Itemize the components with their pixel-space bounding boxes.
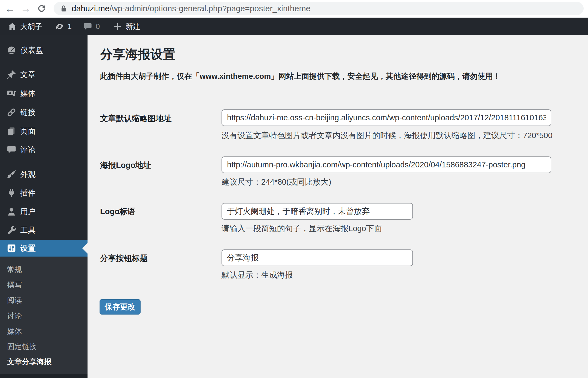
- help-text-thumbnail: 没有设置文章特色图片或者文章内没有图片的时候，海报使用默认缩略图，建议尺寸：72…: [222, 130, 552, 141]
- home-icon: [8, 22, 17, 31]
- sidebar-item-pages[interactable]: 页面: [0, 124, 88, 139]
- new-label: 新建: [126, 22, 140, 31]
- brush-icon: [6, 169, 17, 180]
- admin-sidebar: 仪表盘 文章 媒体: [0, 35, 88, 378]
- submenu-item-discussion[interactable]: 讨论: [0, 309, 88, 323]
- update-count: 1: [68, 22, 72, 31]
- sidebar-item-comments[interactable]: 评论: [0, 142, 88, 158]
- sidebar-item-label: 设置: [20, 243, 36, 254]
- url-domain: dahuzi.me: [72, 4, 109, 13]
- logo-slogan-input[interactable]: [222, 203, 413, 220]
- sidebar-item-media[interactable]: 媒体: [0, 86, 88, 101]
- sidebar-item-tools[interactable]: 工具: [0, 223, 88, 238]
- submenu-item-media[interactable]: 媒体: [0, 324, 88, 339]
- sidebar-item-plugins[interactable]: 插件: [0, 185, 88, 201]
- link-icon: [6, 107, 17, 118]
- admin-bar-comments[interactable]: 0: [83, 18, 100, 35]
- sidebar-item-label: 仪表盘: [20, 45, 43, 56]
- lock-icon[interactable]: [60, 4, 68, 13]
- address-bar[interactable]: dahuzi.me/wp-admin/options-general.php?p…: [54, 2, 584, 15]
- logo-url-input[interactable]: [222, 156, 551, 173]
- plugin-notice: 此插件由大胡子制作，仅在「www.xintheme.com」网站上面提供下载，安…: [100, 71, 500, 82]
- submenu-label: 阅读: [7, 295, 22, 305]
- sidebar-item-label: 文章: [20, 69, 36, 80]
- sidebar-item-dashboard[interactable]: 仪表盘: [0, 43, 88, 58]
- admin-bar-site-link[interactable]: 大胡子: [8, 18, 42, 35]
- submenu-label: 固定链接: [7, 342, 37, 351]
- settings-sliders-icon: [6, 243, 17, 254]
- submenu-item-poster[interactable]: 文章分享海报: [0, 354, 88, 369]
- sidebar-item-users[interactable]: 用户: [0, 204, 88, 219]
- refresh-icon[interactable]: [36, 2, 48, 14]
- field-label-share-button-title: 分享按钮标题: [100, 253, 218, 264]
- help-text-share-button: 默认显示：生成海报: [222, 270, 293, 281]
- field-label-logo-url: 海报Logo地址: [100, 160, 218, 171]
- user-icon: [6, 206, 17, 217]
- sidebar-item-label: 评论: [20, 145, 36, 155]
- sidebar-item-label: 外观: [20, 169, 36, 180]
- active-menu-arrow: [82, 243, 88, 254]
- share-button-title-input[interactable]: [222, 249, 413, 266]
- submenu-label: 常规: [7, 265, 22, 275]
- forward-icon[interactable]: →: [20, 2, 32, 14]
- page-title: 分享海报设置: [100, 46, 176, 63]
- submenu-item-reading[interactable]: 阅读: [0, 293, 88, 308]
- help-text-logo: 建议尺寸：244*80(或同比放大): [222, 177, 331, 188]
- dashboard-icon: [6, 45, 17, 56]
- comment-count: 0: [96, 22, 100, 31]
- updates-icon: [55, 22, 64, 31]
- field-label-logo-slogan: Logo标语: [100, 206, 218, 217]
- sidebar-item-settings[interactable]: 设置: [0, 240, 88, 257]
- submenu-label: 讨论: [7, 311, 22, 321]
- help-text-slogan: 请输入一段简短的句子，显示在海报Logo下面: [222, 223, 382, 234]
- site-name: 大胡子: [20, 22, 42, 31]
- admin-bar-new[interactable]: 新建: [113, 18, 140, 35]
- admin-bar-updates[interactable]: 1: [55, 18, 72, 35]
- plugin-icon: [6, 188, 17, 199]
- plus-icon: [113, 22, 122, 31]
- browser-chrome: ← → dahuzi.me/wp-admin/options-general.p…: [0, 0, 588, 18]
- settings-submenu: 常规 撰写 阅读 讨论 媒体 固定链接 文章分享海报: [0, 257, 88, 374]
- pin-icon: [6, 69, 17, 80]
- page: ← → dahuzi.me/wp-admin/options-general.p…: [0, 0, 588, 378]
- sidebar-item-label: 链接: [20, 107, 36, 118]
- main-content: 分享海报设置 此插件由大胡子制作，仅在「www.xintheme.com」网站上…: [88, 35, 588, 378]
- sidebar-item-appearance[interactable]: 外观: [0, 167, 88, 182]
- media-icon: [6, 88, 17, 99]
- refresh-icon-glyph: [37, 4, 46, 13]
- sidebar-item-label: 媒体: [20, 88, 36, 99]
- sidebar-item-label: 插件: [20, 188, 36, 198]
- sidebar-item-links[interactable]: 链接: [0, 105, 88, 120]
- url-path: /wp-admin/options-general.php?page=poste…: [109, 4, 310, 13]
- submenu-item-permalinks[interactable]: 固定链接: [0, 339, 88, 354]
- submenu-item-writing[interactable]: 撰写: [0, 278, 88, 292]
- comment-icon: [83, 22, 92, 31]
- wp-admin-bar: 大胡子 1 0 新建: [0, 18, 588, 35]
- sidebar-item-label: 页面: [20, 126, 36, 136]
- submenu-label: 撰写: [7, 280, 22, 290]
- submenu-item-general[interactable]: 常规: [0, 262, 88, 277]
- submenu-label: 媒体: [7, 327, 22, 336]
- pages-icon: [6, 126, 17, 137]
- thumbnail-url-input[interactable]: [222, 109, 551, 126]
- submenu-label: 文章分享海报: [7, 357, 51, 367]
- sidebar-item-posts[interactable]: 文章: [0, 67, 88, 82]
- comment-icon: [6, 144, 17, 155]
- sidebar-item-label: 用户: [20, 207, 36, 217]
- wrench-icon: [6, 225, 17, 236]
- url-text: dahuzi.me/wp-admin/options-general.php?p…: [72, 4, 310, 13]
- save-button[interactable]: 保存更改: [100, 299, 141, 315]
- sidebar-bottom-strip: [0, 374, 88, 378]
- field-label-thumbnail-url: 文章默认缩略图地址: [100, 113, 218, 124]
- back-icon[interactable]: ←: [4, 2, 16, 14]
- sidebar-item-label: 工具: [20, 225, 36, 235]
